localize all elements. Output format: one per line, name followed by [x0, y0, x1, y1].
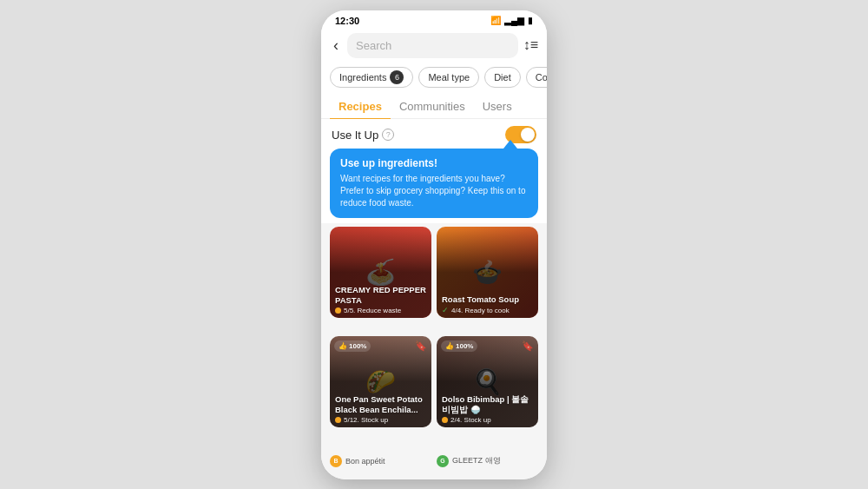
author-avatar-3: G [437, 455, 449, 467]
tab-recipes[interactable]: Recipes [330, 93, 391, 120]
bookmark-icon-3[interactable]: 🔖 [522, 340, 534, 352]
tooltip-title: Use up ingredients! [340, 157, 528, 169]
recipe-card-0[interactable]: 🍝 CREAMY RED PEPPER PASTA 5/5. Reduce wa… [330, 227, 431, 318]
toggle-thumb [521, 128, 535, 142]
use-it-up-label: Use It Up ? [332, 129, 394, 142]
chip-ingredients-badge: 6 [390, 70, 404, 84]
filter-chips-row: Ingredients 6 Meal type Diet Coo... [321, 63, 547, 93]
recipes-grid: 🍝 CREAMY RED PEPPER PASTA 5/5. Reduce wa… [321, 223, 547, 479]
tooltip-box: Use up ingredients! Want recipes for the… [330, 149, 538, 218]
chip-meal-type-label: Meal type [428, 72, 470, 83]
tabs-row: Recipes Communities Users [321, 93, 547, 120]
tab-users[interactable]: Users [474, 93, 521, 120]
recipe-card-2[interactable]: 🌮 👍 100% 🔖 One Pan Sweet Potato Black Be… [330, 336, 431, 427]
top-badge-3: 👍 100% [441, 340, 477, 352]
recipe-title-0: CREAMY RED PEPPER PASTA [335, 285, 426, 305]
like-icon-2: 👍 [339, 342, 347, 350]
recipe-card-3[interactable]: 🍳 👍 100% 🔖 Dolso Bibimbap | 볼솔 비빔밥 🍚 2/4… [437, 336, 538, 427]
wifi-icon: 📶 [490, 16, 501, 25]
use-it-up-text: Use It Up [332, 129, 378, 142]
recipe-card-1[interactable]: 🍲 Roast Tomato Soup ✓ 4/4. Ready to cook [437, 227, 538, 318]
badge-text-2: 100% [349, 342, 366, 350]
author-name-2: Bon appétit [345, 457, 385, 466]
battery-icon: ▮ [528, 16, 533, 25]
recipe-meta-1: ✓ 4/4. Ready to cook [442, 306, 533, 314]
author-row-3: G GLEETZ 애영 [437, 446, 538, 473]
bookmark-icon-2[interactable]: 🔖 [415, 340, 427, 352]
chip-cuisine[interactable]: Coo... [526, 67, 547, 88]
status-time: 12:30 [335, 16, 359, 26]
search-bar-row: ‹ Search ↕≡ [321, 30, 547, 63]
top-badge-2: 👍 100% [334, 340, 371, 352]
card-content-0: CREAMY RED PEPPER PASTA 5/5. Reduce wast… [330, 281, 431, 318]
recipe-meta-text-0: 5/5. Reduce waste [344, 307, 401, 314]
filter-sort-button[interactable]: ↕≡ [523, 37, 538, 53]
back-button[interactable]: ‹ [330, 35, 342, 56]
chip-ingredients[interactable]: Ingredients 6 [330, 67, 413, 88]
recipe-title-3: Dolso Bibimbap | 볼솔 비빔밥 🍚 [442, 394, 533, 414]
status-icons: 📶 ▂▄▆ ▮ [490, 16, 533, 25]
author-row-2: B Bon appétit [330, 446, 431, 473]
card-content-2: One Pan Sweet Potato Black Bean Enchila.… [330, 391, 431, 427]
recipe-meta-text-2: 5/12. Stock up [344, 416, 388, 424]
meta-dot-3 [442, 417, 448, 423]
card-content-1: Roast Tomato Soup ✓ 4/4. Ready to cook [437, 291, 538, 318]
author-name-3: GLEETZ 애영 [452, 455, 501, 466]
status-bar: 12:30 📶 ▂▄▆ ▮ [321, 10, 547, 30]
tooltip-container: Use up ingredients! Want recipes for the… [330, 149, 538, 218]
tab-communities[interactable]: Communities [391, 93, 474, 120]
chip-diet-label: Diet [494, 72, 511, 83]
meta-dot-2 [335, 417, 341, 423]
search-placeholder: Search [356, 39, 391, 52]
chip-diet[interactable]: Diet [484, 67, 521, 88]
card-content-3: Dolso Bibimbap | 볼솔 비빔밥 🍚 2/4. Stock up [437, 391, 538, 427]
meta-check-1: ✓ [442, 306, 449, 314]
recipe-meta-text-3: 2/4. Stock up [450, 416, 491, 424]
like-icon-3: 👍 [445, 342, 454, 350]
help-icon[interactable]: ? [382, 129, 394, 141]
recipe-title-2: One Pan Sweet Potato Black Bean Enchila.… [335, 394, 426, 414]
recipe-meta-2: 5/12. Stock up [335, 416, 426, 424]
phone-frame: 12:30 📶 ▂▄▆ ▮ ‹ Search ↕≡ Ingredients 6 … [321, 10, 547, 479]
badge-text-3: 100% [456, 342, 473, 350]
author-avatar-2: B [330, 455, 342, 467]
chip-cuisine-label: Coo... [536, 72, 547, 83]
chip-meal-type[interactable]: Meal type [418, 67, 479, 88]
tooltip-arrow [503, 140, 517, 149]
tooltip-text: Want recipes for the ingredients you hav… [340, 173, 528, 209]
meta-dot-0 [335, 307, 341, 314]
signal-icon: ▂▄▆ [504, 16, 524, 25]
chip-ingredients-label: Ingredients [339, 72, 386, 83]
recipe-title-1: Roast Tomato Soup [442, 294, 533, 304]
recipe-meta-3: 2/4. Stock up [442, 416, 533, 424]
recipe-meta-0: 5/5. Reduce waste [335, 307, 426, 314]
search-input-wrap[interactable]: Search [347, 33, 518, 58]
recipe-meta-text-1: 4/4. Ready to cook [451, 307, 510, 314]
